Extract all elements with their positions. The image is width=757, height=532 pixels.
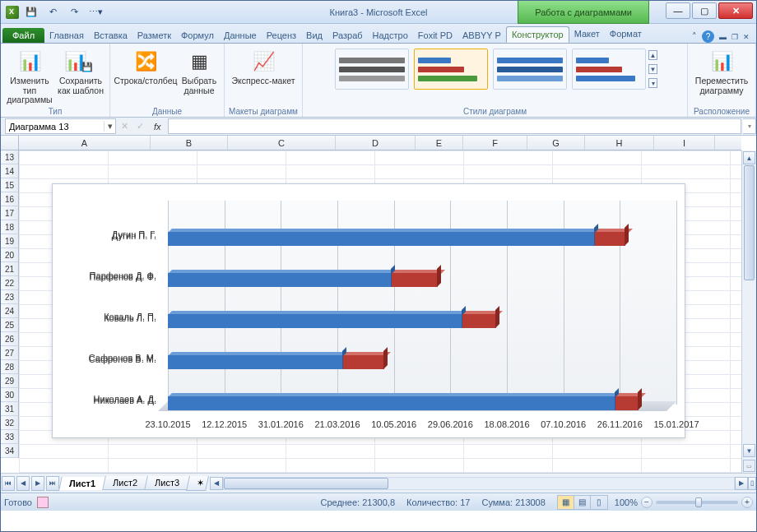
row-header[interactable]: 22 (1, 276, 18, 290)
sheet-nav-prev-icon[interactable]: ◀ (16, 476, 30, 491)
new-sheet-button[interactable]: ✶ (186, 476, 209, 491)
zoom-slider[interactable] (656, 501, 738, 504)
bar-series1[interactable] (168, 312, 462, 328)
bar-series2[interactable] (595, 229, 625, 246)
qat-save-button[interactable]: 💾 (22, 3, 40, 21)
row-header[interactable]: 20 (1, 248, 18, 262)
sheet-tab[interactable]: Лист2 (102, 476, 150, 490)
minimize-button[interactable]: — (666, 2, 690, 19)
row-header[interactable]: 27 (1, 346, 18, 360)
column-header[interactable]: C (228, 136, 336, 150)
row-header[interactable]: 17 (1, 206, 18, 220)
row-header[interactable]: 34 (1, 444, 18, 458)
bar-series1[interactable] (168, 394, 615, 410)
tab-данные[interactable]: Данные (219, 28, 262, 43)
name-box-dropdown-icon[interactable]: ▾ (104, 121, 115, 132)
vertical-scrollbar[interactable]: ▲ ▼ ▭ (741, 150, 756, 473)
row-header[interactable]: 32 (1, 416, 18, 430)
bar-series2[interactable] (392, 271, 438, 287)
ribbon-minimize-icon[interactable]: ˄ (692, 31, 697, 42)
row-header[interactable]: 25 (1, 318, 18, 332)
bar-series2[interactable] (343, 353, 383, 369)
tab-конструктор[interactable]: Конструктор (506, 26, 569, 43)
tab-вставка[interactable]: Вставка (89, 28, 132, 43)
row-header[interactable]: 31 (1, 402, 18, 416)
sheet-nav-next-icon[interactable]: ▶ (31, 476, 44, 491)
chart-style-2[interactable] (414, 49, 488, 90)
sheet-tab[interactable]: Лист1 (58, 477, 108, 490)
zoom-control[interactable]: 100% − + (615, 497, 753, 508)
save-as-template-button[interactable]: 📊💾 Сохранить как шаблон (55, 45, 106, 105)
cells-grid[interactable]: 23.10.201512.12.201531.01.201621.03.2016… (19, 150, 741, 473)
macro-record-icon[interactable] (37, 497, 49, 508)
maximize-button[interactable]: ▢ (692, 2, 717, 19)
chart-style-4[interactable] (572, 49, 646, 90)
row-header[interactable]: 28 (1, 360, 18, 374)
style-scroll-up-icon[interactable]: ▲ (648, 50, 657, 60)
view-break-icon[interactable]: ▯ (591, 496, 607, 509)
zoom-out-icon[interactable]: − (641, 497, 653, 508)
row-header[interactable]: 21 (1, 262, 18, 276)
name-box[interactable]: Диаграмма 13 ▾ (5, 118, 116, 134)
chart-style-1[interactable] (335, 49, 409, 90)
move-chart-button[interactable]: 📊 Переместить диаграмму (691, 45, 752, 95)
fx-icon[interactable]: fx (149, 122, 166, 132)
tab-разметк[interactable]: Разметк (132, 28, 176, 43)
formula-input[interactable] (168, 118, 741, 134)
hscroll-thumb[interactable] (224, 478, 388, 489)
column-header[interactable]: H (585, 136, 654, 150)
tab-формат[interactable]: Формат (605, 26, 647, 43)
bar-series2[interactable] (615, 394, 639, 410)
scroll-down-icon[interactable]: ▼ (743, 444, 755, 457)
vsplit-handle[interactable]: ▭ (743, 460, 755, 472)
qat-customize-button[interactable]: ⋯▾ (86, 3, 104, 21)
scroll-up-icon[interactable]: ▲ (743, 151, 755, 164)
tab-abbyy p[interactable]: ABBYY P (457, 28, 506, 43)
tab-надстро[interactable]: Надстро (368, 28, 413, 43)
help-icon[interactable]: ? (702, 30, 714, 43)
sheet-tab[interactable]: Лист3 (144, 476, 192, 490)
row-header[interactable]: 13 (1, 150, 18, 164)
row-header[interactable]: 16 (1, 192, 18, 206)
hsplit-handle[interactable]: ▯ (748, 477, 756, 490)
bar-series1[interactable] (168, 229, 595, 246)
tab-макет[interactable]: Макет (569, 26, 605, 43)
column-header[interactable]: F (463, 136, 527, 150)
style-gallery-expand-icon[interactable]: ▾ (648, 78, 657, 88)
column-header[interactable]: A (19, 136, 151, 150)
column-header[interactable]: G (527, 136, 585, 150)
qat-redo-button[interactable]: ↷ (65, 3, 83, 21)
vscroll-thumb[interactable] (744, 165, 755, 280)
scroll-left-icon[interactable]: ◀ (210, 477, 223, 490)
row-header[interactable]: 18 (1, 220, 18, 234)
tab-вид[interactable]: Вид (301, 28, 327, 43)
select-data-button[interactable]: ▦ Выбрать данные (178, 45, 221, 95)
select-all-button[interactable] (1, 136, 19, 150)
sheet-nav-last-icon[interactable]: ⏭ (46, 476, 59, 491)
row-header[interactable]: 15 (1, 178, 18, 192)
row-header[interactable]: 23 (1, 290, 18, 304)
horizontal-scrollbar[interactable]: ◀ ▶ ▯ (210, 477, 756, 490)
row-headers[interactable]: 1314151617181920212223242526272829303132… (1, 150, 19, 458)
column-header[interactable]: B (151, 136, 228, 150)
column-header[interactable]: E (416, 136, 463, 150)
mdi-close-icon[interactable]: ✕ (743, 33, 750, 41)
quick-layout-button[interactable]: 📈 Экспресс-макет (228, 45, 299, 86)
row-header[interactable]: 33 (1, 430, 18, 444)
row-header[interactable]: 14 (1, 164, 18, 178)
change-chart-type-button[interactable]: 📊 Изменить тип диаграммы (4, 45, 55, 105)
tab-главная[interactable]: Главная (44, 28, 89, 43)
column-headers[interactable]: ABCDEFGHI (19, 136, 741, 150)
chart-style-3[interactable] (493, 49, 567, 90)
enter-formula-icon[interactable]: ✓ (133, 121, 147, 132)
row-header[interactable]: 24 (1, 304, 18, 318)
switch-row-column-button[interactable]: 🔀 Строка/столбец (114, 45, 178, 95)
tab-реценз[interactable]: Реценз (262, 28, 301, 43)
cancel-formula-icon[interactable]: ✕ (118, 121, 132, 132)
view-normal-icon[interactable]: ▦ (558, 496, 574, 509)
bar-series2[interactable] (462, 312, 495, 328)
mdi-restore-icon[interactable]: ❐ (731, 33, 738, 41)
zoom-level[interactable]: 100% (615, 497, 638, 507)
bar-series1[interactable] (168, 353, 343, 369)
column-header[interactable]: D (336, 136, 416, 150)
